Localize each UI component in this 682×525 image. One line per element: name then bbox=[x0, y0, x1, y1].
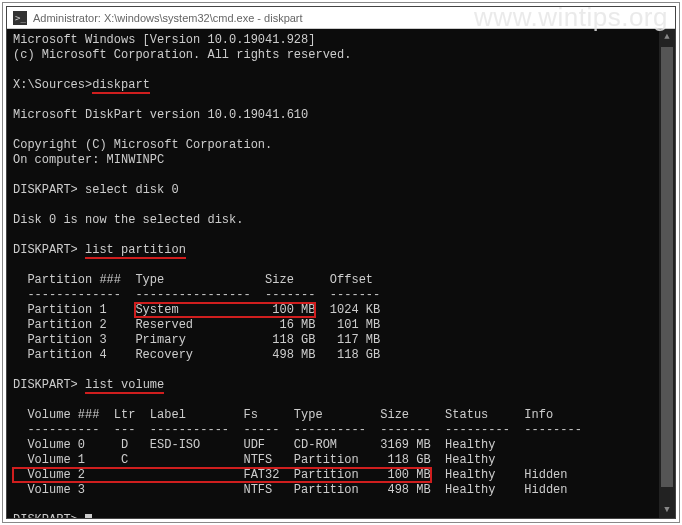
win-copyright: (c) Microsoft Corporation. All rights re… bbox=[13, 48, 351, 62]
prompt-diskpart: DISKPART> bbox=[13, 378, 85, 392]
cmd-diskpart: diskpart bbox=[92, 78, 150, 94]
volume-header: Volume ### Ltr Label Fs Type Size Status… bbox=[13, 408, 553, 422]
cmd-list-volume: list volume bbox=[85, 378, 164, 394]
partition-divider: ------------- ---------------- ------- -… bbox=[13, 288, 380, 302]
scrollbar-thumb[interactable] bbox=[661, 47, 673, 487]
svg-text:>_: >_ bbox=[15, 13, 26, 23]
diskpart-version: Microsoft DiskPart version 10.0.19041.61… bbox=[13, 108, 308, 122]
prompt-diskpart-final: DISKPART> bbox=[13, 513, 85, 518]
volume-2-highlight: Volume 2 FAT32 Partition 100 MB bbox=[13, 468, 431, 482]
partition-system-highlight: System 100 MB bbox=[135, 303, 315, 317]
cursor bbox=[85, 514, 92, 518]
volume-row: Volume 0 D ESD-ISO UDF CD-ROM 3169 MB He… bbox=[13, 438, 495, 452]
partition-header: Partition ### Type Size Offset bbox=[13, 273, 373, 287]
cmd-list-partition: list partition bbox=[85, 243, 186, 259]
titlebar-text: Administrator: X:\windows\system32\cmd.e… bbox=[33, 12, 303, 24]
win-version: Microsoft Windows [Version 10.0.19041.92… bbox=[13, 33, 315, 47]
diskpart-copyright: Copyright (C) Microsoft Corporation. bbox=[13, 138, 272, 152]
prompt-diskpart: DISKPART> bbox=[13, 243, 85, 257]
prompt-diskpart: DISKPART> bbox=[13, 183, 85, 197]
partition-row: Partition 4 bbox=[13, 348, 135, 362]
partition-row: Partition 3 bbox=[13, 333, 135, 347]
volume-row: Volume 1 C NTFS Partition 118 GB Healthy bbox=[13, 453, 495, 467]
prompt-sources: X:\Sources> bbox=[13, 78, 92, 92]
scroll-up-arrow[interactable]: ▲ bbox=[659, 29, 675, 45]
diskpart-computer: On computer: MINWINPC bbox=[13, 153, 164, 167]
scroll-down-arrow[interactable]: ▼ bbox=[659, 502, 675, 518]
titlebar[interactable]: >_ Administrator: X:\windows\system32\cm… bbox=[7, 7, 675, 29]
select-disk-result: Disk 0 is now the selected disk. bbox=[13, 213, 243, 227]
cmd-window: >_ Administrator: X:\windows\system32\cm… bbox=[6, 6, 676, 519]
partition-row: Partition 2 bbox=[13, 318, 135, 332]
cmd-select-disk: select disk 0 bbox=[85, 183, 179, 197]
volume-divider: ---------- --- ----------- ----- -------… bbox=[13, 423, 582, 437]
terminal-output[interactable]: Microsoft Windows [Version 10.0.19041.92… bbox=[7, 29, 675, 518]
cmd-icon: >_ bbox=[13, 11, 27, 25]
volume-row: Volume 3 NTFS Partition 498 MB Healthy H… bbox=[13, 483, 568, 497]
partition-row: Partition 1 bbox=[13, 303, 135, 317]
scrollbar-vertical[interactable]: ▲ ▼ bbox=[659, 29, 675, 518]
